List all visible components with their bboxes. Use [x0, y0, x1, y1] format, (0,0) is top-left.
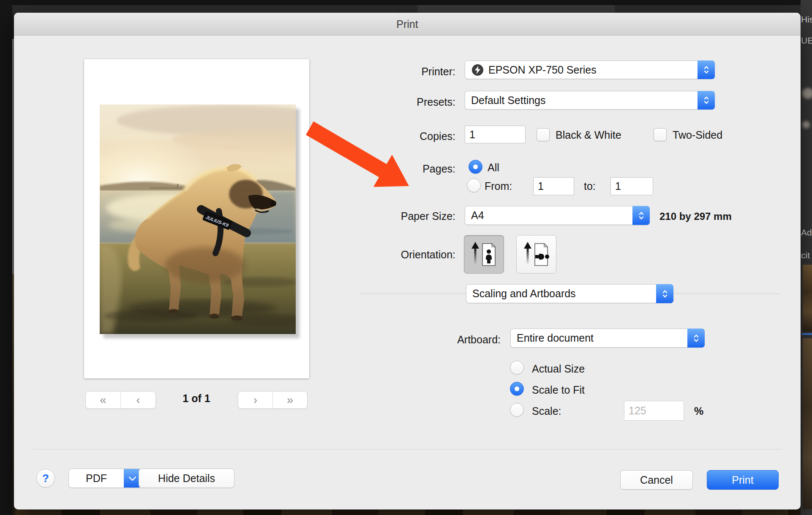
settings-section-value: Scaling and Artboards	[472, 288, 576, 300]
pages-all-radio[interactable]	[469, 160, 482, 174]
percent-label: %	[694, 404, 703, 418]
background-app-menubar	[0, 0, 812, 5]
printer-select[interactable]: EPSON XP-750 Series	[465, 60, 715, 79]
scale-to-fit-radio[interactable]	[510, 382, 524, 396]
next-page-icon: ›	[253, 394, 257, 407]
cancel-button[interactable]: Cancel	[620, 470, 693, 490]
scale-label: Scale:	[532, 404, 561, 418]
help-button[interactable]: ?	[36, 469, 55, 488]
presets-value: Default Settings	[471, 94, 546, 107]
pages-from-label: From:	[485, 179, 512, 193]
next-page-button[interactable]: ›	[238, 392, 272, 408]
right-panel-label-histogram: His	[801, 14, 812, 25]
two-sided-label: Two-Sided	[673, 127, 722, 142]
chevron-down-icon	[128, 473, 136, 481]
last-page-button[interactable]: »	[272, 392, 307, 408]
page-indicator: 1 of 1	[154, 392, 239, 405]
hide-details-label: Hide Details	[158, 472, 215, 485]
panel-thumbnail-icon	[802, 121, 810, 129]
two-sided-checkbox[interactable]	[654, 128, 667, 141]
settings-section-select[interactable]: Scaling and Artboards	[466, 284, 673, 303]
orientation-landscape-button[interactable]	[516, 235, 556, 274]
print-preview-page: JULIUS-K9	[84, 59, 309, 378]
stepper-icon	[632, 206, 650, 225]
scale-radio[interactable]	[510, 403, 524, 417]
section-divider-right	[674, 293, 781, 294]
scale-to-fit-label: Scale to Fit	[532, 383, 585, 397]
print-button[interactable]: Print	[707, 470, 779, 490]
presets-label: Presets:	[346, 93, 455, 111]
orientation-label: Orientation:	[346, 243, 455, 266]
pages-to-label: to:	[584, 179, 596, 193]
portrait-orientation-icon	[470, 241, 499, 268]
preview-photo: JULIUS-K9	[100, 104, 296, 334]
dialog-title: Print	[396, 18, 418, 30]
paper-size-label: Paper Size:	[346, 207, 455, 226]
screen: His UE Adj cit Print	[0, 0, 812, 515]
background-app-left-edge	[0, 0, 12, 515]
black-white-checkbox[interactable]	[537, 128, 550, 141]
cancel-label: Cancel	[640, 474, 673, 486]
actual-size-label: Actual Size	[532, 362, 585, 376]
first-page-icon: «	[100, 394, 106, 407]
pdf-menu-button[interactable]: PDF	[68, 468, 142, 488]
hide-details-button[interactable]: Hide Details	[139, 468, 234, 488]
preview-nav-forward-group: › »	[238, 391, 308, 409]
dialog-titlebar[interactable]: Print	[14, 13, 801, 36]
right-panel-label-opacity: cit	[801, 250, 810, 260]
print-dialog: Print	[14, 13, 801, 510]
actual-size-radio[interactable]	[510, 361, 524, 375]
help-icon: ?	[42, 472, 49, 485]
black-white-label: Black & White	[556, 127, 621, 142]
artboard-value: Entire document	[517, 332, 594, 344]
orientation-portrait-button[interactable]	[464, 235, 504, 274]
background-filmstrip	[15, 509, 801, 515]
right-panel-label-hue: UE	[801, 36, 812, 46]
panel-thumbnail-icon	[802, 88, 812, 99]
printer-status-icon	[471, 63, 484, 77]
section-divider-left	[360, 293, 466, 294]
scale-percent-input[interactable]	[624, 401, 684, 421]
panel-image-thumb	[803, 338, 812, 509]
panel-image-thumb	[803, 265, 812, 331]
pages-to-input[interactable]	[610, 177, 653, 195]
previous-page-icon: ‹	[136, 394, 140, 407]
right-panel-label-adjustments: Adj	[801, 227, 812, 238]
paper-size-value: A4	[471, 209, 484, 222]
pages-from-input[interactable]	[533, 177, 574, 195]
paper-size-select[interactable]: A4	[465, 206, 650, 225]
artboard-select[interactable]: Entire document	[510, 329, 705, 348]
landscape-orientation-icon	[522, 241, 551, 268]
artboard-label: Artboard:	[391, 330, 501, 349]
stepper-icon	[698, 91, 715, 110]
panel-accent-line	[802, 333, 812, 335]
first-page-button[interactable]: «	[86, 392, 120, 408]
stepper-icon	[656, 284, 673, 303]
background-app-right-panel: His UE Adj cit	[801, 0, 812, 515]
copies-label: Copies:	[346, 127, 455, 145]
last-page-icon: »	[287, 394, 293, 407]
pages-all-label: All	[488, 161, 499, 174]
stepper-icon	[698, 60, 715, 79]
previous-page-button[interactable]: ‹	[120, 392, 155, 408]
dog-photo-illustration: JULIUS-K9	[100, 104, 296, 334]
printer-value: EPSON XP-750 Series	[488, 64, 597, 76]
preview-nav-back-group: « ‹	[85, 391, 156, 409]
copies-input[interactable]	[465, 126, 526, 143]
pdf-label: PDF	[69, 469, 124, 488]
printer-label: Printer:	[346, 62, 455, 81]
print-label: Print	[732, 474, 753, 486]
stepper-icon	[687, 329, 705, 348]
paper-dimensions: 210 by 297 mm	[659, 207, 732, 226]
pages-label: Pages:	[346, 162, 455, 176]
footer-divider	[33, 449, 782, 449]
pages-from-radio[interactable]	[467, 178, 481, 192]
presets-select[interactable]: Default Settings	[465, 91, 715, 110]
